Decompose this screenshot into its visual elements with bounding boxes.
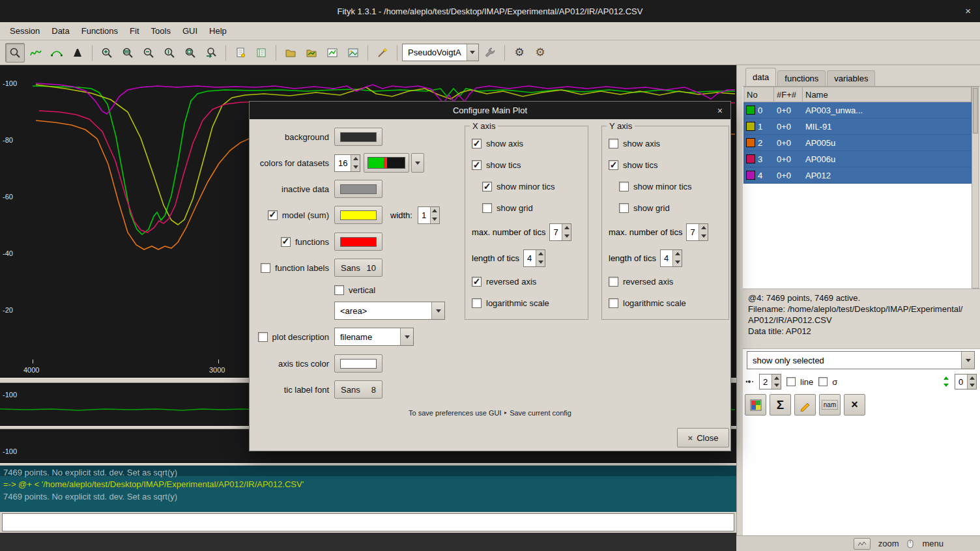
axis-tics-color-button[interactable] [334, 354, 382, 373]
spinner-down-button[interactable] [968, 382, 976, 389]
scrollbar-thumb[interactable] [973, 88, 978, 134]
zoom-previous-button[interactable] [201, 43, 221, 63]
palette-dropdown-button[interactable] [411, 153, 424, 173]
menu-session[interactable]: Session [4, 23, 46, 38]
open-data-button[interactable] [302, 43, 321, 63]
menu-gui[interactable]: GUI [177, 23, 203, 38]
tab-data[interactable]: data [745, 68, 776, 86]
data-table-button[interactable] [745, 394, 766, 416]
add-peak-mode-button[interactable] [68, 43, 87, 63]
menu-help[interactable]: Help [203, 23, 233, 38]
zoom-in-button[interactable] [97, 43, 117, 63]
data-edit-button[interactable] [794, 394, 816, 416]
description-select[interactable]: filename [334, 328, 414, 346]
baseline-mode-button[interactable] [47, 43, 66, 63]
spinner-down-button[interactable] [536, 258, 545, 266]
y-show-grid-checkbox[interactable]: show grid [619, 203, 670, 213]
model-width-spinner[interactable]: 1 [418, 206, 440, 224]
dataset-list-scrollbar[interactable] [972, 87, 979, 289]
dataset-row[interactable]: 2 0+0 AP005u [743, 135, 972, 151]
menu-data[interactable]: Data [46, 23, 75, 38]
y-logarithmic-checkbox[interactable]: logarithmic scale [609, 298, 686, 308]
spinner-up-button[interactable] [562, 224, 571, 233]
zoom-mode-button[interactable] [5, 43, 25, 63]
zoom-x-button[interactable] [118, 43, 137, 63]
x-max-tics-spinner[interactable]: 7 [549, 223, 571, 241]
delete-dataset-button[interactable]: × [844, 394, 865, 416]
y-reversed-axis-checkbox[interactable]: reversed axis [609, 277, 673, 287]
dataset-row[interactable]: 0 0+0 AP003_unwa... [743, 102, 972, 119]
x-show-tics-checkbox[interactable]: show tics [472, 160, 521, 170]
tab-variables[interactable]: variables [827, 70, 875, 86]
x-show-axis-checkbox[interactable]: show axis [472, 139, 523, 148]
functions-checkbox[interactable]: functions [281, 237, 329, 247]
x-tic-length-spinner[interactable]: 4 [523, 249, 545, 267]
dialog-close-button[interactable]: × Close [677, 428, 729, 447]
y-show-minor-tics-checkbox[interactable]: show minor tics [619, 182, 692, 191]
combo-arrow-button[interactable] [400, 328, 413, 345]
function-label-font-button[interactable]: Sans10 [334, 259, 382, 277]
session-log-button[interactable] [252, 43, 271, 63]
spinner-up-button[interactable] [699, 224, 708, 233]
x-logarithmic-checkbox[interactable]: logarithmic scale [472, 298, 549, 308]
rename-button[interactable]: nam [819, 394, 841, 416]
tab-functions[interactable]: functions [777, 70, 826, 86]
dataset-row[interactable]: 3 0+0 AP006u [743, 151, 972, 167]
execute-gears-button[interactable]: ⚙ [510, 43, 529, 63]
spinner-down-button[interactable] [562, 232, 571, 240]
x-show-grid-checkbox[interactable]: show grid [482, 203, 533, 213]
model-sum-checkbox[interactable]: model (sum) [268, 210, 329, 220]
y-max-tics-spinner[interactable]: 7 [686, 223, 708, 241]
menu-functions[interactable]: Functions [76, 23, 124, 38]
spinner-down-button[interactable] [673, 258, 682, 266]
dataset-filter-select[interactable]: show only selected [747, 351, 975, 369]
model-color-button[interactable] [334, 206, 382, 224]
spinner-down-button[interactable] [351, 163, 360, 171]
shift-spinner[interactable]: 0 [955, 374, 977, 389]
tic-label-font-button[interactable]: Sans8 [334, 380, 382, 399]
vertical-checkbox[interactable]: vertical [334, 285, 375, 295]
dataset-row[interactable]: 4 0+0 AP012 [743, 167, 972, 184]
spinner-up-button[interactable] [431, 207, 439, 216]
spinner-up-button[interactable] [968, 374, 976, 382]
window-close-button[interactable]: × [965, 5, 971, 16]
point-size-spinner[interactable]: 2 [759, 374, 781, 389]
label-content-select[interactable]: <area> [334, 302, 445, 320]
zoom-all-button[interactable] [180, 43, 200, 63]
open-session-button[interactable] [281, 43, 300, 63]
background-color-button[interactable] [334, 128, 382, 146]
export-image-button[interactable] [343, 43, 363, 63]
spinner-up-button[interactable] [673, 250, 682, 259]
define-function-button[interactable] [480, 43, 500, 63]
menu-label[interactable]: menu [922, 539, 944, 548]
peak-type-select[interactable]: PseudoVoigtA [402, 44, 479, 61]
zoom-y-button[interactable] [160, 43, 179, 63]
zoom-out-button[interactable] [139, 43, 158, 63]
session-script-button[interactable] [231, 43, 250, 63]
dataset-row[interactable]: 1 0+0 MIL-91 [743, 119, 972, 135]
y-show-tics-checkbox[interactable]: show tics [609, 160, 657, 170]
menu-tools[interactable]: Tools [145, 23, 177, 38]
combo-arrow-button[interactable] [431, 302, 444, 319]
dialog-close-icon[interactable]: × [717, 106, 723, 116]
command-input[interactable] [2, 513, 734, 531]
spinner-up-button[interactable] [772, 374, 781, 382]
function-labels-checkbox[interactable]: function labels [261, 263, 329, 273]
y-tic-length-spinner[interactable]: 4 [660, 249, 682, 267]
spinner-up-button[interactable] [536, 250, 545, 259]
combo-arrow-button[interactable] [467, 44, 478, 61]
settings-gears-button[interactable]: ⚙ [530, 43, 550, 63]
plot-config-button[interactable] [854, 538, 871, 550]
line-checkbox[interactable]: line [786, 377, 813, 387]
inactive-data-color-button[interactable] [334, 180, 382, 198]
data-range-mode-button[interactable] [26, 43, 46, 63]
combo-arrow-button[interactable] [961, 352, 974, 369]
sigma-checkbox[interactable]: σ [818, 377, 837, 387]
spinner-down-button[interactable] [772, 382, 781, 389]
output-console[interactable]: 7469 points. No explicit std. dev. Set a… [0, 466, 736, 512]
zoom-label[interactable]: zoom [878, 539, 899, 548]
spinner-down-button[interactable] [431, 215, 439, 223]
y-show-axis-checkbox[interactable]: show axis [609, 139, 660, 148]
spinner-up-button[interactable] [351, 155, 360, 163]
palette-preview-button[interactable] [364, 153, 409, 173]
